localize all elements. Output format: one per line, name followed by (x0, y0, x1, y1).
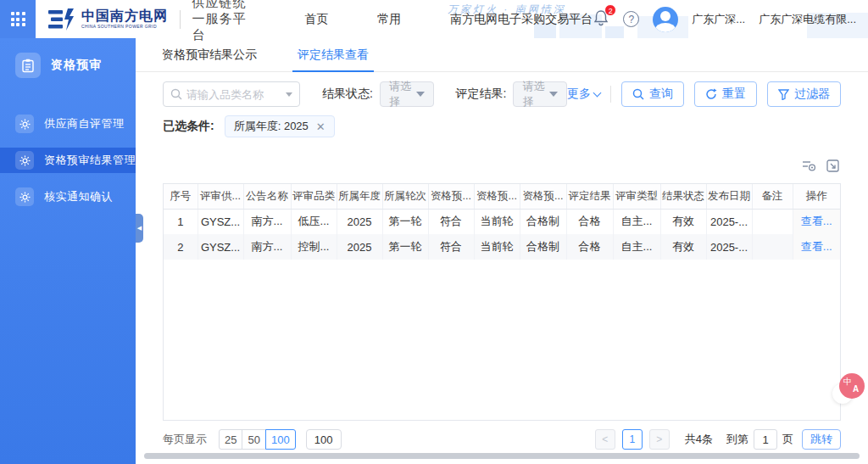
page-size-100[interactable]: 100 (265, 429, 296, 450)
table-cell: 2025-... (706, 234, 752, 260)
column-settings-icon[interactable] (802, 159, 816, 172)
reset-button[interactable]: 重置 (694, 81, 757, 107)
tab-0[interactable]: 资格预审结果公示 (157, 38, 262, 72)
sidebar-item-1[interactable]: 供应商自评管理 (0, 112, 136, 136)
sidebar-item-2[interactable]: 资格预审结果管理 (0, 148, 136, 173)
sidebar: 资格预审供应商自评管理资格预审结果管理核实通知确认 (0, 38, 136, 464)
view-link[interactable]: 查看... (801, 215, 832, 227)
search-input[interactable] (186, 88, 282, 101)
table-cell: 控制... (291, 234, 337, 260)
chip-close-icon[interactable]: ✕ (316, 121, 326, 132)
gear-icon (15, 187, 34, 206)
table-cell: 合格制 (520, 234, 566, 260)
translate-icon: 中A (839, 373, 865, 399)
table-cell: 2025 (337, 209, 382, 234)
jump-button[interactable]: 跳转 (802, 429, 841, 450)
search-icon (170, 88, 182, 100)
operation-cell: 查看... (793, 209, 840, 234)
chevron-down-icon (286, 92, 292, 97)
results-table: 序号评审供...公告名称评审品类所属年度所属轮次资格预...资格预...资格预.… (163, 183, 841, 421)
divider (610, 86, 611, 103)
sidebar-item-label: 供应商自评管理 (44, 116, 125, 131)
prev-page-button[interactable]: < (595, 429, 615, 450)
page-size-25[interactable]: 25 (219, 429, 242, 450)
funnel-icon (778, 89, 789, 100)
pagination-bar: 每页显示 2550100 < 1 > 共4条 到第 页 跳转 (163, 428, 841, 450)
more-button[interactable]: 更多 (567, 87, 600, 102)
table-cell: 合格 (566, 209, 613, 234)
tab-1[interactable]: 评定结果查看 (292, 38, 374, 72)
main-content: 资格预审结果公示评定结果查看 结果状态: 请选择 评定结果: 请选择 更多 (136, 38, 868, 464)
nav-item[interactable]: 常用 (377, 12, 401, 27)
table-header-cell: 资格预... (520, 184, 566, 209)
page-size-50[interactable]: 50 (242, 429, 265, 450)
table-header-cell: 评定结果 (566, 184, 613, 209)
table-tools (136, 159, 839, 172)
logo-cn-text: 中国南方电网 (81, 9, 168, 23)
avatar[interactable] (653, 7, 678, 32)
clipboard-icon (15, 53, 41, 78)
table-header-cell: 所属年度 (337, 184, 382, 209)
sidebar-collapse-handle[interactable]: ◀ (136, 214, 143, 243)
table-cell: 有效 (660, 234, 706, 260)
user-name[interactable]: 广东广深... (692, 12, 745, 27)
csg-logo: 中国南方电网 CHINA SOUTHERN POWER GRID (47, 8, 168, 31)
tab-bar: 资格预审结果公示评定结果查看 (136, 38, 868, 72)
goto-page: 到第 页 (726, 429, 793, 450)
table-cell: GYSZ... (198, 209, 243, 234)
notification-bell-icon[interactable]: 2 (593, 9, 609, 30)
table-cell: 第一轮 (382, 234, 428, 260)
total-count-label: 共4条 (685, 432, 713, 447)
logo-en-text: CHINA SOUTHERN POWER GRID (81, 25, 168, 29)
table-cell: 自主... (613, 209, 660, 234)
fullscreen-icon[interactable] (826, 159, 839, 172)
table-header-cell: 资格预... (474, 184, 520, 209)
horizontal-scrollbar[interactable] (144, 453, 860, 459)
chevron-down-icon (416, 92, 425, 97)
goto-page-input[interactable] (754, 429, 777, 450)
sidebar-item-0[interactable]: 资格预审 (15, 51, 136, 80)
table-cell: 第一轮 (382, 209, 428, 234)
page-size-group: 2550100 (219, 429, 296, 450)
csg-logo-icon (47, 8, 76, 31)
sidebar-item-3[interactable]: 核实通知确认 (0, 185, 136, 209)
translate-float-button[interactable]: 中A (839, 373, 866, 400)
view-link[interactable]: 查看... (801, 240, 832, 253)
table-body: 1GYSZ...南方...低压...2025第一轮符合当前轮合格制合格自主...… (164, 209, 840, 260)
table-header-cell: 资格预... (428, 184, 474, 209)
table-header-cell: 所属轮次 (382, 184, 428, 209)
category-search-select[interactable] (163, 81, 300, 107)
help-icon[interactable]: ? (623, 11, 639, 27)
table-row: 1GYSZ...南方...低压...2025第一轮符合当前轮合格制合格自主...… (164, 209, 840, 234)
table-header-cell: 结果状态 (660, 184, 706, 209)
next-page-button[interactable]: > (649, 429, 670, 450)
table-cell: 符合 (428, 234, 474, 260)
table-cell: 低压... (291, 209, 337, 234)
table-cell: 合格制 (520, 209, 566, 234)
query-button[interactable]: 查询 (621, 81, 684, 107)
table-header-row: 序号评审供...公告名称评审品类所属年度所属轮次资格预...资格预...资格预.… (164, 184, 840, 209)
table-cell: 2025 (337, 234, 382, 260)
table-cell: 符合 (428, 209, 474, 234)
chevron-down-icon (549, 92, 558, 97)
sidebar-item-label: 核实通知确认 (44, 189, 113, 204)
search-icon (632, 88, 644, 100)
company-name[interactable]: 广东广深电缆有限... (759, 12, 856, 27)
gear-icon (15, 151, 34, 170)
result-status-select[interactable]: 请选择 (380, 81, 434, 107)
page-size-input[interactable] (306, 429, 342, 450)
filter-button[interactable]: 过滤器 (767, 81, 841, 107)
table-cell: 自主... (613, 234, 660, 260)
gear-icon (15, 115, 34, 133)
evaluation-result-label: 评定结果: (456, 87, 507, 102)
table-cell: 当前轮 (474, 234, 520, 260)
nav-item[interactable]: 首页 (304, 12, 328, 27)
nav-item[interactable]: 南方电网电子采购交易平台 (450, 12, 593, 27)
current-page-button[interactable]: 1 (622, 429, 643, 450)
header-nav: 首页常用南方电网电子采购交易平台 (304, 12, 593, 27)
apps-grid-button[interactable] (0, 0, 36, 38)
table-cell: 有效 (660, 209, 706, 234)
table-row: 2GYSZ...南方...控制...2025第一轮符合当前轮合格制合格自主...… (164, 234, 840, 260)
table-header-row: 序号评审供...公告名称评审品类所属年度所属轮次资格预...资格预...资格预.… (164, 184, 840, 209)
evaluation-result-select[interactable]: 请选择 (513, 81, 567, 107)
